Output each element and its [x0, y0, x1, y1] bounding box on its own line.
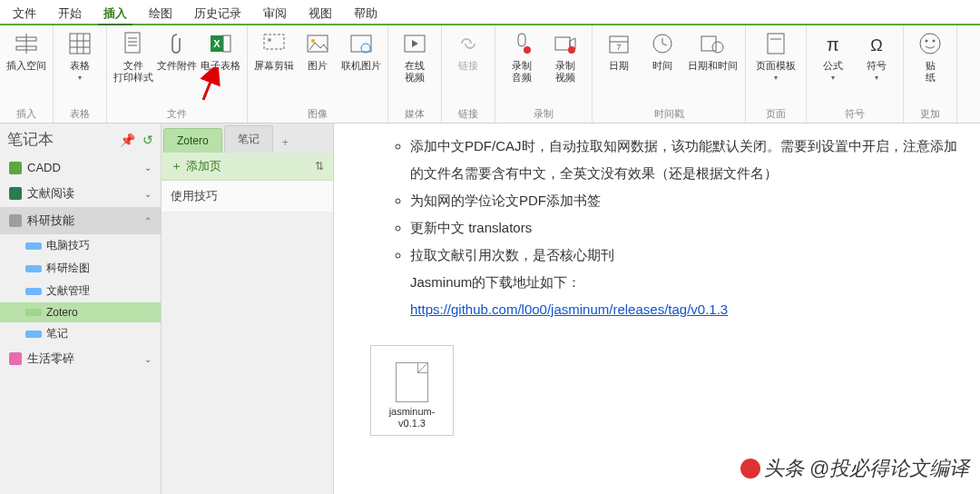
notebook-research[interactable]: 科研技能⌃ — [0, 207, 161, 234]
menu-home[interactable]: 开始 — [53, 4, 87, 24]
record-video-icon — [553, 31, 578, 56]
svg-text:Ω: Ω — [870, 36, 882, 54]
download-link[interactable]: https://github.com/l0o0/jasminum/release… — [410, 301, 728, 317]
page-item[interactable]: 使用技巧 — [162, 181, 333, 212]
ribbon-group-symbol: π 公式 ▾ Ω 符号 ▾ 符号 — [807, 25, 904, 123]
download-label: Jasminum的下载地址如下： — [410, 274, 581, 290]
notebook-life[interactable]: 生活零碎⌄ — [0, 345, 161, 372]
section-refs[interactable]: 文献管理 — [0, 280, 161, 302]
bullet-list: 添加中文PDF/CAJ时，自动拉取知网数据，该功能默认关闭。需要到设置中开启，注… — [388, 133, 958, 323]
datetime-icon — [700, 31, 725, 56]
list-item: 添加中文PDF/CAJ时，自动拉取知网数据，该功能默认关闭。需要到设置中开启，注… — [410, 133, 958, 187]
file-print-icon — [121, 31, 146, 56]
chevron-down-icon: ▾ — [875, 74, 878, 83]
menu-history[interactable]: 历史记录 — [189, 4, 247, 24]
svg-point-40 — [920, 34, 940, 54]
screen-clip-button[interactable]: 屏幕剪辑 — [253, 27, 295, 105]
notebook-reading[interactable]: 文献阅读⌄ — [0, 180, 161, 207]
svg-marker-22 — [412, 40, 418, 47]
tab-notes[interactable]: 笔记 — [224, 125, 273, 153]
watermark-logo-icon — [740, 459, 760, 479]
ribbon-group-image: 屏幕剪辑 图片 联机图片 图像 — [248, 25, 388, 123]
time-button[interactable]: 时间 — [642, 27, 683, 105]
watermark: 头条 @投必得论文编译 — [740, 449, 969, 489]
paperclip-icon — [164, 31, 190, 56]
page-template-button[interactable]: 页面模板 ▾ — [751, 27, 800, 105]
svg-text:X: X — [213, 38, 220, 49]
svg-rect-25 — [555, 37, 570, 50]
datetime-button[interactable]: 日期和时间 — [685, 27, 740, 105]
ribbon-group-page: 页面模板 ▾ 页面 — [746, 25, 807, 123]
file-attachment[interactable]: jasminum-v0.1.3 — [370, 345, 454, 436]
chevron-down-icon: ▾ — [831, 74, 835, 83]
sync-icon[interactable]: ↺ — [142, 133, 153, 147]
screen-clip-icon — [261, 31, 287, 56]
online-video-button[interactable]: 在线 视频 — [394, 27, 436, 105]
notebook-cadd[interactable]: CADD⌄ — [0, 155, 161, 180]
svg-line-33 — [662, 44, 667, 45]
chevron-down-icon: ⌄ — [144, 354, 152, 364]
formula-button[interactable]: π 公式 ▾ — [812, 27, 854, 105]
ribbon-group-media: 在线 视频 媒体 — [388, 25, 442, 123]
section-computer-skills[interactable]: 电脑技巧 — [0, 234, 161, 257]
section-zotero[interactable]: Zotero — [0, 302, 161, 322]
main-area: 笔记本 📌 ↺ CADD⌄ 文献阅读⌄ 科研技能⌃ 电脑技巧 科研绘图 文献管理… — [0, 124, 980, 494]
menu-help[interactable]: 帮助 — [348, 4, 383, 24]
svg-rect-14 — [223, 35, 230, 52]
file-attachment-button[interactable]: 文件附件 — [156, 27, 198, 105]
page-content: 添加中文PDF/CAJ时，自动拉取知网数据，该功能默认关闭。需要到设置中开启，注… — [334, 124, 980, 494]
section-drawing[interactable]: 科研绘图 — [0, 257, 161, 280]
online-picture-button[interactable]: 联机图片 — [340, 27, 382, 105]
tab-add[interactable]: + — [275, 133, 296, 153]
online-picture-icon — [348, 31, 374, 56]
sort-icon[interactable]: ⇅ — [315, 160, 324, 173]
link-icon — [456, 31, 481, 56]
svg-rect-36 — [768, 34, 784, 54]
menu-review[interactable]: 审阅 — [258, 4, 292, 24]
menu-file[interactable]: 文件 — [7, 4, 42, 24]
section-tabs: Zotero 笔记 + — [162, 124, 333, 153]
plus-icon: ＋ — [171, 159, 182, 173]
svg-rect-17 — [308, 35, 328, 52]
list-item: 为知网的学位论文PDF添加书签 — [410, 187, 958, 214]
pin-icon[interactable]: 📌 — [120, 133, 135, 147]
attachment-name: jasminum-v0.1.3 — [377, 406, 447, 430]
date-button[interactable]: 7 日期 — [598, 27, 640, 105]
notebook-sidebar: 笔记本 📌 ↺ CADD⌄ 文献阅读⌄ 科研技能⌃ 电脑技巧 科研绘图 文献管理… — [0, 124, 162, 494]
svg-point-35 — [712, 42, 723, 53]
menu-insert[interactable]: 插入 — [98, 4, 132, 25]
tab-zotero[interactable]: Zotero — [163, 128, 222, 153]
file-print-style-button[interactable]: 文件 打印样式 — [113, 27, 154, 105]
section-notes[interactable]: 笔记 — [0, 322, 161, 345]
svg-point-42 — [933, 40, 936, 43]
clock-icon — [650, 31, 675, 56]
omega-icon: Ω — [864, 31, 889, 56]
sticker-button[interactable]: 贴 纸 — [909, 27, 951, 105]
record-video-button[interactable]: 录制 视频 — [544, 27, 586, 105]
table-icon — [67, 31, 93, 56]
link-button[interactable]: 链接 — [447, 27, 489, 105]
table-button[interactable]: 表格 ▾ — [59, 27, 101, 105]
ribbon-group-insert: 插入空间 插入 — [0, 25, 54, 123]
add-page-button[interactable]: ＋ 添加页 ⇅ — [162, 153, 333, 181]
insert-space-button[interactable]: 插入空间 — [5, 27, 47, 105]
calendar-icon: 7 — [606, 31, 632, 56]
symbols-button[interactable]: Ω 符号 ▾ — [856, 27, 897, 105]
menu-draw[interactable]: 绘图 — [143, 4, 178, 24]
spreadsheet-button[interactable]: X 电子表格 — [200, 27, 241, 105]
record-audio-icon — [509, 31, 534, 56]
record-audio-button[interactable]: 录制 音频 — [501, 27, 543, 105]
svg-text:7: 7 — [616, 43, 621, 52]
chevron-down-icon: ⌄ — [144, 189, 152, 199]
pi-icon: π — [820, 31, 846, 56]
page-list-panel: Zotero 笔记 + ＋ 添加页 ⇅ 使用技巧 — [162, 124, 334, 494]
svg-point-18 — [311, 39, 315, 43]
excel-icon: X — [208, 31, 233, 56]
chevron-down-icon: ▾ — [78, 74, 82, 83]
svg-text:π: π — [827, 35, 839, 54]
svg-point-16 — [268, 38, 271, 42]
ribbon-group-table: 表格 ▾ 表格 — [54, 25, 107, 123]
picture-button[interactable]: 图片 — [297, 27, 338, 105]
svg-rect-8 — [125, 33, 140, 53]
menu-view[interactable]: 视图 — [303, 4, 338, 24]
